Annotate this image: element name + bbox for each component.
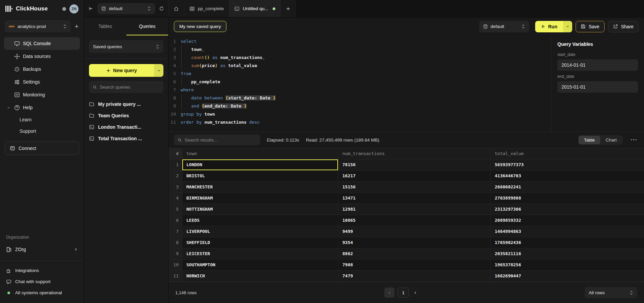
- sidebar-item-support[interactable]: Support: [4, 125, 80, 137]
- list-item-folder[interactable]: Team Queries: [89, 110, 163, 121]
- database-selector[interactable]: default: [97, 3, 155, 14]
- table-cell[interactable]: 2089859332: [490, 215, 644, 226]
- table-cell[interactable]: 7: [168, 226, 182, 237]
- table-cell[interactable]: 2: [168, 171, 182, 181]
- search-results-input[interactable]: [185, 138, 256, 143]
- service-selector[interactable]: aws analytics-prod: [5, 20, 71, 32]
- table-cell[interactable]: 4: [168, 193, 182, 204]
- chevron-updown-icon: [630, 291, 633, 295]
- chat-support-link[interactable]: Chat with support: [2, 276, 82, 287]
- table-cell[interactable]: LONDON: [182, 159, 338, 170]
- table-cell[interactable]: 78156: [338, 159, 490, 170]
- table-cell[interactable]: 5: [168, 204, 182, 215]
- refresh-icon[interactable]: [159, 6, 164, 11]
- next-page-button[interactable]: [412, 291, 419, 295]
- table-cell[interactable]: 6: [168, 215, 182, 226]
- current-page[interactable]: 1: [398, 287, 409, 298]
- page-size-selector[interactable]: All rows: [585, 287, 637, 298]
- system-status[interactable]: All systems operational: [2, 287, 82, 298]
- table-cell[interactable]: LEICESTER: [182, 248, 338, 259]
- table-cell[interactable]: 1464994863: [490, 226, 644, 237]
- run-database-selector[interactable]: default: [479, 21, 529, 32]
- prev-page-button[interactable]: [385, 287, 395, 298]
- run-options-button[interactable]: [563, 21, 572, 32]
- save-button[interactable]: Save: [576, 21, 605, 32]
- table-cell[interactable]: LEEDS: [182, 215, 338, 226]
- table-cell[interactable]: NOTTINGHAM: [182, 204, 338, 215]
- table-cell[interactable]: 8: [168, 237, 182, 248]
- table-cell[interactable]: 9499: [338, 226, 490, 237]
- table-cell[interactable]: 10865: [338, 215, 490, 226]
- table-cell[interactable]: 15156: [338, 182, 490, 192]
- table-cell[interactable]: 2660602241: [490, 182, 644, 192]
- run-button[interactable]: Run: [535, 21, 563, 32]
- table-cell[interactable]: SOUTHAMPTON: [182, 260, 338, 270]
- table-cell[interactable]: 9: [168, 248, 182, 259]
- tab-home[interactable]: [168, 0, 184, 17]
- list-item-folder[interactable]: My private query ...: [89, 98, 163, 110]
- tab-pp-complete[interactable]: pp_complete: [184, 0, 229, 17]
- share-button[interactable]: Share: [608, 21, 639, 32]
- table-cell[interactable]: 56593977373: [490, 159, 644, 170]
- table-cell[interactable]: 1765902436: [490, 237, 644, 248]
- sidebar-item-help[interactable]: Help: [4, 101, 80, 114]
- new-query-menu-button[interactable]: [154, 64, 163, 77]
- tab-queries[interactable]: Queries: [126, 18, 168, 35]
- chevron-down-icon: [566, 25, 570, 28]
- list-item-query[interactable]: Total Transaction ...: [89, 133, 163, 144]
- tab-untitled-query[interactable]: Untitled qu...: [229, 0, 281, 17]
- table-cell[interactable]: LIVERPOOL: [182, 226, 338, 237]
- table-cell[interactable]: 1965378256: [490, 260, 644, 270]
- new-tab-button[interactable]: [281, 0, 296, 17]
- view-table-button[interactable]: Table: [579, 136, 600, 144]
- table-cell[interactable]: 3: [168, 182, 182, 192]
- sidebar-item-backups[interactable]: Backups: [4, 63, 80, 75]
- more-options-icon[interactable]: ···: [630, 137, 639, 143]
- table-cell[interactable]: 9354: [338, 237, 490, 248]
- table-cell[interactable]: 1: [168, 159, 182, 170]
- table-cell[interactable]: BRISTOL: [182, 171, 338, 181]
- collapse-sidebar-icon[interactable]: [88, 6, 93, 11]
- table-cell[interactable]: 10: [168, 260, 182, 270]
- table-cell[interactable]: 1662690447: [490, 271, 644, 281]
- table-cell[interactable]: NORWICH: [182, 271, 338, 281]
- table-cell[interactable]: 16217: [338, 171, 490, 181]
- saved-query-name-chip[interactable]: My new saved query: [174, 21, 226, 32]
- sidebar-item-monitoring[interactable]: Monitoring: [4, 88, 80, 101]
- table-cell[interactable]: 7908: [338, 260, 490, 270]
- table-cell[interactable]: 11: [168, 271, 182, 281]
- table-cell[interactable]: 13471: [338, 193, 490, 204]
- table-cell[interactable]: 12981: [338, 204, 490, 215]
- sql-editor[interactable]: 1select2 town,3 count() as num_transacti…: [168, 35, 551, 131]
- connect-button[interactable]: Connect: [5, 142, 79, 155]
- table-cell[interactable]: 8862: [338, 248, 490, 259]
- table-cell[interactable]: BIRMINGHAM: [182, 193, 338, 204]
- table-cell[interactable]: 2703899808: [490, 193, 644, 204]
- table-cell[interactable]: 2313297306: [490, 204, 644, 215]
- organization-switcher[interactable]: ZOrg: [0, 243, 84, 256]
- add-service-button[interactable]: [74, 24, 79, 29]
- new-query-button[interactable]: New query: [89, 64, 154, 77]
- list-item-query[interactable]: London Transacti...: [89, 121, 163, 133]
- search-queries-input[interactable]: [100, 85, 160, 90]
- end-date-input[interactable]: [557, 81, 638, 93]
- view-chart-button[interactable]: Chart: [600, 136, 622, 144]
- integrations-link[interactable]: Integrations: [2, 265, 82, 276]
- organization-heading: Organization: [0, 235, 84, 243]
- saved-queries-filter[interactable]: Saved queries: [89, 40, 163, 53]
- sidebar-item-data-sources[interactable]: Data sources: [4, 50, 80, 63]
- tab-tables[interactable]: Tables: [84, 18, 126, 35]
- sidebar-item-settings[interactable]: Settings: [4, 75, 80, 88]
- tabbar-left: default: [84, 0, 168, 17]
- table-cell[interactable]: SHEFFIELD: [182, 237, 338, 248]
- sidebar-item-learn[interactable]: Learn: [4, 114, 80, 125]
- sidebar-item-sql-console[interactable]: SQL Console: [4, 37, 80, 50]
- avatar[interactable]: ZN: [69, 4, 79, 13]
- start-date-input[interactable]: [557, 59, 638, 71]
- results-table[interactable]: #townnum_transactionstotal_value1LONDON7…: [168, 148, 644, 282]
- table-cell[interactable]: 4136446703: [490, 171, 644, 181]
- table-cell[interactable]: 2035821116: [490, 248, 644, 259]
- table-cell[interactable]: 7479: [338, 271, 490, 281]
- notification-dot[interactable]: [62, 7, 66, 11]
- table-cell[interactable]: MANCHESTER: [182, 182, 338, 192]
